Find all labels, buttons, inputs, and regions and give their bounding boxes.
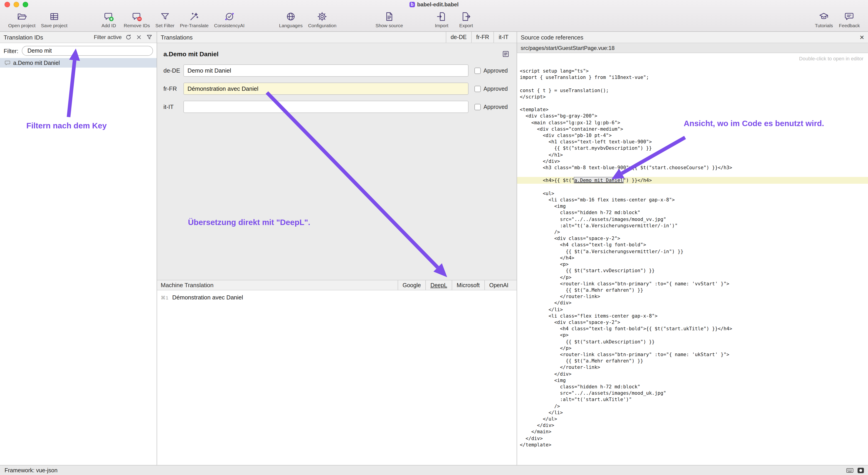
translation-ids-header: Translation IDs Filter active — [0, 32, 157, 43]
toolbar-pre-translate[interactable]: Pre-Translate — [177, 10, 211, 28]
export-icon — [461, 10, 471, 22]
feedback-icon — [844, 10, 855, 22]
code-line: <h3 class="mb-8 text-blue-900">{{ $t("st… — [517, 164, 868, 171]
tab-fr-FR[interactable]: fr-FR — [471, 32, 494, 43]
approved-label: Approved — [484, 67, 508, 74]
tab-openai[interactable]: OpenAI — [484, 280, 513, 290]
import-icon — [436, 10, 447, 22]
framework-label: Framework: vue-json — [4, 467, 57, 473]
main-area: Translation IDs Filter active Filter: a.… — [0, 32, 868, 465]
open-in-editor-hint: Double-click to open in editor — [799, 56, 864, 61]
toolbar-label: Open project — [8, 23, 35, 28]
code-line: import { useTranslation } from "i18next-… — [517, 74, 868, 80]
code-line: <router-link class="btn-primary" :to="{ … — [517, 280, 868, 286]
close-panel-icon[interactable]: ✕ — [859, 34, 864, 40]
tab-deepl[interactable]: DeepL — [425, 280, 452, 290]
toolbar-tutorials[interactable]: Tutorials — [812, 10, 836, 28]
tab-google[interactable]: Google — [398, 280, 426, 290]
source-file-tab[interactable]: src/pages/start/GuestStartPage.vue:18 — [517, 43, 868, 53]
machine-translation-text: Démonstration avec Daniel — [172, 294, 243, 301]
toolbar-export[interactable]: Export — [454, 10, 478, 28]
code-line: </div> — [517, 422, 868, 428]
code-line: <main class="lg:px-12 lg:pb-6"> — [517, 119, 868, 126]
filter-settings-icon[interactable] — [146, 34, 153, 41]
code-line: </div> — [517, 435, 868, 441]
code-line: </template> — [517, 441, 868, 448]
code-line: </li> — [517, 306, 868, 312]
approved-checkbox-de[interactable] — [474, 67, 481, 74]
clear-filter-icon[interactable] — [135, 34, 143, 41]
language-tabs: de-DE fr-FR it-IT — [445, 32, 513, 43]
target-icon[interactable] — [857, 467, 864, 473]
code-line — [517, 80, 868, 87]
translation-id-list: a.Demo mit Daniel — [0, 58, 157, 465]
highlighted-translation-key[interactable]: a.Demo mit Daniel — [574, 178, 623, 183]
toolbar-label: Save project — [41, 23, 67, 28]
open-folder-icon — [17, 10, 27, 22]
filter-label: Filter: — [4, 47, 19, 54]
app-logo-icon: b — [409, 2, 415, 7]
translation-ids-panel: Translation IDs Filter active Filter: a.… — [0, 32, 157, 465]
toolbar-configuration[interactable]: Configuration — [305, 10, 339, 28]
toolbar-languages[interactable]: Languages — [276, 10, 305, 28]
keyboard-icon[interactable] — [846, 467, 854, 473]
code-line: src="../../assets/images/mood_uk.jpg" — [517, 390, 868, 396]
toolbar-consistency-ai[interactable]: ConsistencyAI — [211, 10, 247, 28]
machine-translation-header: Machine Translation Google DeepL Microso… — [157, 280, 517, 291]
magic-wand-icon — [189, 10, 199, 22]
approved-checkbox-it[interactable] — [474, 104, 481, 110]
translation-input-de[interactable] — [183, 64, 468, 77]
code-line: /> — [517, 403, 868, 409]
toolbar-remove-ids[interactable]: Remove IDs — [121, 10, 153, 28]
comment-note-icon[interactable] — [501, 49, 510, 59]
code-line: const { t } = useTranslation(); — [517, 87, 868, 93]
tab-microsoft[interactable]: Microsoft — [452, 280, 484, 290]
translation-id-icon — [4, 60, 10, 66]
machine-translation-result[interactable]: ⌘1 Démonstration avec Daniel — [161, 294, 513, 301]
code-line — [517, 183, 868, 190]
code-line: </router-link> — [517, 364, 868, 370]
toolbar-label: Export — [459, 23, 473, 28]
translation-input-fr[interactable] — [183, 82, 468, 95]
toolbar-label: Configuration — [308, 23, 336, 28]
language-label: it-IT — [163, 103, 183, 110]
toolbar-open-project[interactable]: Open project — [5, 10, 38, 28]
toolbar-show-source[interactable]: Show source — [373, 10, 406, 28]
code-line: {{ $t("a.Mehr erfahren") }} — [517, 287, 868, 293]
refresh-filter-icon[interactable] — [125, 34, 132, 41]
filter-input[interactable] — [22, 46, 153, 56]
code-line: </div> — [517, 158, 868, 164]
toolbar-add-id[interactable]: Add ID — [96, 10, 121, 28]
window-title-text: babel-edit.babel — [417, 1, 459, 8]
filter-active-label: Filter active — [94, 34, 122, 40]
code-line: {{ $t("start.vvDescription") }} — [517, 267, 868, 274]
code-line: {{ $t("a.Mehr erfahren") }} — [517, 358, 868, 364]
globe-icon — [285, 10, 296, 22]
toolbar-set-filter[interactable]: Set Filter — [153, 10, 177, 28]
consistency-check-icon — [224, 10, 235, 22]
code-line: <h4 class="text-lg font-bold"> — [517, 242, 868, 248]
code-line: /> — [517, 229, 868, 235]
code-lines: <script setup lang="ts">import { useTran… — [517, 64, 868, 465]
code-line: <router-link class="btn-primary" :to="{ … — [517, 351, 868, 358]
translations-panel: Translations de-DE fr-FR it-IT a.Demo mi… — [157, 32, 517, 465]
approved-checkbox-fr[interactable] — [474, 86, 481, 92]
tab-it-IT[interactable]: it-IT — [494, 32, 513, 43]
code-line — [517, 100, 868, 106]
approved-label: Approved — [484, 104, 508, 110]
translations-header: Translations de-DE fr-FR it-IT — [157, 32, 517, 43]
toolbar-import[interactable]: Import — [430, 10, 454, 28]
language-label: fr-FR — [163, 85, 183, 92]
toolbar-label: Feedback — [839, 23, 860, 28]
code-line: {{ $t("start.ukDescription") }} — [517, 338, 868, 345]
code-line: </ul> — [517, 415, 868, 422]
toolbar-feedback[interactable]: Feedback — [836, 10, 863, 28]
code-line: </p> — [517, 274, 868, 280]
translation-input-it[interactable] — [183, 101, 468, 113]
toolbar-save-project[interactable]: Save project — [38, 10, 70, 28]
save-project-icon — [49, 10, 59, 22]
translation-id-row[interactable]: a.Demo mit Daniel — [0, 58, 157, 68]
tab-de-DE[interactable]: de-DE — [445, 32, 471, 43]
babeledit-window: b babel-edit.babel Open project Save pro… — [0, 0, 868, 475]
code-line: <h4>{{ $t("a.Demo mit Daniel") }}</h4> — [517, 177, 868, 183]
